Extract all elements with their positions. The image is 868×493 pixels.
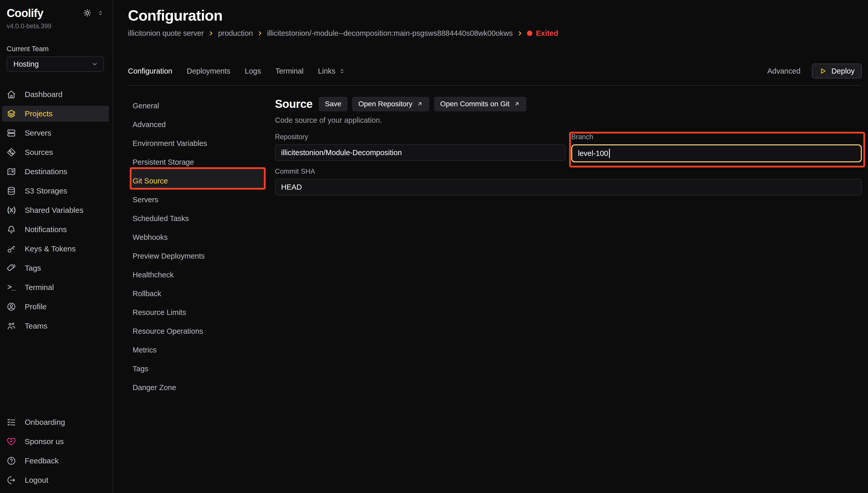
sidebar-item-label: Destinations bbox=[25, 167, 67, 176]
theme-chevrons-icon[interactable] bbox=[97, 9, 104, 17]
sidebar-item-label: Keys & Tokens bbox=[25, 244, 76, 253]
subnav-item-scheduled-tasks[interactable]: Scheduled Tasks bbox=[128, 209, 268, 228]
app-version: v4.0.0-beta.399 bbox=[7, 22, 104, 30]
commit-sha-label: Commit SHA bbox=[275, 167, 862, 176]
main-area: Configuration illicitonion quote serverp… bbox=[113, 0, 868, 493]
current-team-label: Current Team bbox=[7, 44, 104, 53]
sidebar-header: Coolify v4.0.0-beta.399 Current Team Hos… bbox=[0, 0, 112, 72]
breadcrumb-item[interactable]: production bbox=[218, 28, 253, 38]
open-commits-button[interactable]: Open Commits on Git bbox=[434, 97, 526, 111]
git-diamond-icon bbox=[7, 148, 16, 157]
branch-field: Branch level-100 bbox=[571, 132, 862, 163]
tabs: ConfigurationDeploymentsLogsTerminalLink… bbox=[128, 66, 345, 76]
sidebar-item-keys-tokens[interactable]: Keys & Tokens bbox=[2, 241, 109, 257]
tab-bar: ConfigurationDeploymentsLogsTerminalLink… bbox=[128, 64, 862, 86]
branch-input[interactable]: level-100 bbox=[571, 144, 862, 163]
status-label: Exited bbox=[536, 28, 558, 38]
subnav-item-tags[interactable]: Tags bbox=[128, 360, 268, 378]
server-icon bbox=[7, 128, 16, 138]
heart-icon bbox=[7, 437, 16, 446]
subnav-item-rollback[interactable]: Rollback bbox=[128, 284, 268, 303]
sidebar-item-logout[interactable]: Logout bbox=[2, 472, 109, 488]
app-logo: Coolify bbox=[7, 7, 43, 20]
breadcrumb-item[interactable]: illicitonion quote server bbox=[128, 28, 204, 38]
settings-subnav: GeneralAdvancedEnvironment VariablesPers… bbox=[128, 97, 268, 493]
source-form: Repository illicitestonion/Module-Decomp… bbox=[275, 132, 862, 195]
sidebar-item-dashboard[interactable]: Dashboard bbox=[2, 86, 109, 102]
terminal-prompt-icon: >_ bbox=[7, 283, 16, 292]
sidebar-item-label: Shared Variables bbox=[25, 206, 83, 215]
chevron-down-icon bbox=[91, 61, 98, 68]
status-dot bbox=[527, 30, 532, 36]
users-icon bbox=[7, 321, 16, 330]
sidebar-item-terminal[interactable]: >_Terminal bbox=[2, 279, 109, 295]
sidebar-nav: DashboardProjectsServersSourcesDestinati… bbox=[0, 85, 112, 336]
tags-icon bbox=[7, 263, 16, 273]
sidebar-item-label: Dashboard bbox=[25, 90, 63, 99]
subnav-item-environment-variables[interactable]: Environment Variables bbox=[128, 134, 268, 153]
paren-x-icon: (x) bbox=[7, 206, 16, 215]
subnav-item-resource-limits[interactable]: Resource Limits bbox=[128, 303, 268, 322]
git-source-panel: Source Save Open Repository Open Commits… bbox=[268, 97, 862, 493]
advanced-dropdown[interactable]: Advanced bbox=[767, 67, 804, 76]
status-badge: Exited bbox=[527, 28, 558, 38]
sidebar-item-shared-variables[interactable]: (x)Shared Variables bbox=[2, 202, 109, 218]
tab-links[interactable]: Links bbox=[318, 66, 345, 76]
sidebar-item-destinations[interactable]: Destinations bbox=[2, 164, 109, 179]
sidebar-item-teams[interactable]: Teams bbox=[2, 318, 109, 334]
subnav-item-healthcheck[interactable]: Healthcheck bbox=[128, 265, 268, 284]
breadcrumb-item[interactable]: illicitestonion/-module--decomposition:m… bbox=[267, 28, 512, 38]
repository-label: Repository bbox=[275, 132, 566, 141]
map-icon bbox=[7, 167, 16, 176]
deploy-button[interactable]: Deploy bbox=[812, 64, 862, 79]
subnav-item-resource-operations[interactable]: Resource Operations bbox=[128, 322, 268, 341]
key-icon bbox=[7, 244, 16, 254]
tab-logs[interactable]: Logs bbox=[245, 66, 261, 76]
commit-sha-input[interactable]: HEAD bbox=[275, 179, 862, 195]
checklist-icon bbox=[7, 417, 16, 427]
tab-terminal[interactable]: Terminal bbox=[275, 66, 304, 76]
sidebar-item-onboarding[interactable]: Onboarding bbox=[2, 414, 109, 430]
source-heading: Source bbox=[275, 98, 313, 110]
subnav-item-metrics[interactable]: Metrics bbox=[128, 341, 268, 360]
sidebar-item-projects[interactable]: Projects bbox=[2, 106, 109, 122]
repository-input[interactable]: illicitestonion/Module-Decomposition bbox=[275, 144, 566, 161]
subnav-item-general[interactable]: General bbox=[128, 97, 268, 115]
tab-configuration[interactable]: Configuration bbox=[128, 66, 172, 76]
sidebar-item-label: Notifications bbox=[25, 225, 67, 234]
database-icon bbox=[7, 186, 16, 196]
sidebar: Coolify v4.0.0-beta.399 Current Team Hos… bbox=[0, 0, 113, 493]
sidebar-item-sources[interactable]: Sources bbox=[2, 144, 109, 160]
subnav-item-servers[interactable]: Servers bbox=[128, 190, 268, 209]
open-repository-button[interactable]: Open Repository bbox=[352, 97, 429, 111]
subnav-item-danger-zone[interactable]: Danger Zone bbox=[128, 378, 268, 397]
logout-icon bbox=[7, 475, 16, 485]
subnav-item-git-source[interactable]: Git Source bbox=[128, 172, 268, 190]
sidebar-item-tags[interactable]: Tags bbox=[2, 260, 109, 276]
home-icon bbox=[7, 90, 16, 99]
subnav-item-advanced[interactable]: Advanced bbox=[128, 115, 268, 134]
sidebar-item-notifications[interactable]: Notifications bbox=[2, 221, 109, 237]
theme-sun-icon[interactable] bbox=[83, 9, 91, 17]
source-description: Code source of your application. bbox=[275, 115, 862, 125]
sidebar-item-sponsor-us[interactable]: Sponsor us bbox=[2, 433, 109, 450]
sidebar-item-label: Onboarding bbox=[25, 418, 65, 427]
sidebar-item-label: Projects bbox=[25, 109, 52, 118]
sidebar-item-profile[interactable]: Profile bbox=[2, 299, 109, 315]
arrow-up-right-icon bbox=[513, 101, 520, 107]
sidebar-item-servers[interactable]: Servers bbox=[2, 125, 109, 141]
layers-icon bbox=[7, 109, 16, 119]
subnav-item-preview-deployments[interactable]: Preview Deployments bbox=[128, 247, 268, 265]
user-circle-icon bbox=[7, 302, 16, 311]
tab-deployments[interactable]: Deployments bbox=[187, 66, 230, 76]
subnav-item-webhooks[interactable]: Webhooks bbox=[128, 228, 268, 247]
save-button[interactable]: Save bbox=[319, 97, 347, 111]
page-title: Configuration bbox=[128, 7, 862, 24]
deploy-label: Deploy bbox=[831, 67, 854, 76]
team-select[interactable]: Hosting bbox=[7, 56, 104, 72]
branch-label: Branch bbox=[571, 132, 862, 141]
sidebar-item-label: Servers bbox=[25, 129, 51, 137]
sidebar-item-s3-storages[interactable]: S3 Storages bbox=[2, 183, 109, 199]
help-circle-icon bbox=[7, 456, 16, 466]
sidebar-item-feedback[interactable]: Feedback bbox=[2, 453, 109, 469]
